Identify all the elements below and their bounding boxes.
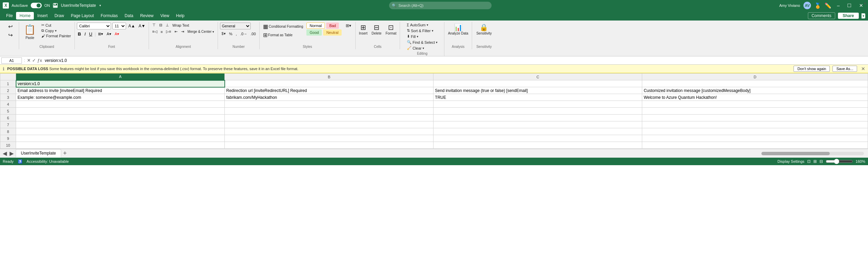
ribbon-collapse-button[interactable]: ∧ — [864, 1, 866, 5]
underline-button[interactable]: U — [88, 31, 93, 37]
formula-input[interactable] — [43, 58, 867, 63]
insert-function-button[interactable]: ƒx — [37, 58, 42, 63]
italic-button[interactable]: I — [83, 31, 87, 37]
merge-arrow[interactable]: ▾ — [212, 30, 214, 34]
sort-filter-button[interactable]: ⇅ Sort & Filter ▾ — [405, 28, 439, 33]
cell-6-1[interactable] — [225, 115, 433, 121]
menu-view[interactable]: View — [157, 12, 173, 19]
fill-button[interactable]: ⬇ Fill ▾ — [405, 34, 439, 39]
decrease-indent-button[interactable]: ⇤ — [173, 29, 179, 34]
sort-filter-arrow[interactable]: ▾ — [432, 29, 433, 32]
row-header-4[interactable]: 4 — [0, 101, 16, 108]
cell-10-2[interactable] — [433, 142, 642, 149]
tab-scroll-left[interactable]: ◀ — [1, 150, 8, 157]
pen-icon[interactable]: ✏️ — [825, 2, 831, 9]
row-header-2[interactable]: 2 — [0, 87, 16, 94]
row-header-9[interactable]: 9 — [0, 135, 16, 142]
style-bad[interactable]: Bad — [326, 23, 339, 29]
menu-draw[interactable]: Draw — [51, 12, 67, 19]
sheet-tab-userinvitetemplate[interactable]: UserInviteTemplate — [16, 149, 61, 158]
cell-8-1[interactable] — [225, 128, 433, 135]
zoom-slider[interactable] — [826, 159, 853, 164]
style-neutral[interactable]: Neutral — [323, 29, 341, 36]
save-icon[interactable] — [53, 3, 58, 8]
increase-indent-button[interactable]: ⇥ — [180, 29, 185, 34]
cell-reference-box[interactable] — [1, 57, 22, 64]
cell-8-2[interactable] — [433, 128, 642, 135]
increase-font-button[interactable]: A▲ — [127, 23, 136, 29]
comments-button[interactable]: Comments — [808, 12, 835, 19]
cut-button[interactable]: ✂ Cut — [40, 23, 72, 28]
copy-arrow[interactable]: ▾ — [55, 29, 57, 32]
cell-10-1[interactable] — [225, 142, 433, 149]
menu-insert[interactable]: Insert — [34, 12, 51, 19]
menu-page-layout[interactable]: Page Layout — [67, 12, 97, 19]
col-header-d[interactable]: D — [642, 74, 868, 80]
format-button[interactable]: ⊡ Format — [384, 23, 398, 36]
cell-7-0[interactable] — [16, 121, 225, 128]
autosum-arrow[interactable]: ▾ — [427, 23, 428, 27]
cell-9-0[interactable] — [16, 135, 225, 142]
merge-center-button[interactable]: Merge & Center ▾ — [186, 29, 216, 34]
cell-9-2[interactable] — [433, 135, 642, 142]
rewards-icon[interactable]: 🏅 — [814, 2, 821, 9]
tab-scroll-right[interactable]: ▶ — [8, 150, 15, 157]
menu-review[interactable]: Review — [137, 12, 157, 19]
cell-4-1[interactable] — [225, 101, 433, 108]
menu-help[interactable]: Help — [173, 12, 188, 19]
cell-5-0[interactable] — [16, 108, 225, 115]
cell-6-0[interactable] — [16, 115, 225, 121]
format-as-table-button[interactable]: ⊞ Format as Table — [262, 31, 305, 39]
row-header-1[interactable]: 1 — [0, 80, 16, 87]
confirm-formula-button[interactable]: ✓ — [32, 58, 36, 63]
menu-formulas[interactable]: Formulas — [97, 12, 121, 19]
file-name[interactable]: UserInviteTemplate — [61, 3, 96, 8]
cell-2-1[interactable]: Redirection url [inviteRedirectURL] Requ… — [225, 87, 433, 94]
cell-9-3[interactable] — [642, 135, 868, 142]
add-sheet-button[interactable]: + — [61, 150, 69, 157]
copy-button[interactable]: ⧉ Copy ▾ — [40, 28, 72, 33]
align-top-button[interactable]: ⊤ — [151, 23, 157, 28]
align-bottom-button[interactable]: ⊥ — [164, 23, 170, 28]
cell-4-0[interactable] — [16, 101, 225, 108]
menu-data[interactable]: Data — [121, 12, 137, 19]
comma-button[interactable]: , — [234, 31, 238, 36]
font-color-button[interactable]: A▾ — [114, 31, 120, 37]
cancel-formula-button[interactable]: ✕ — [27, 58, 31, 63]
font-name-select[interactable]: Calibri — [77, 23, 111, 29]
clear-button[interactable]: 🧹 Clear ▾ — [405, 45, 439, 51]
conditional-formatting-button[interactable]: ▦ Conditional Formatting — [262, 23, 305, 30]
bold-button[interactable]: B — [77, 31, 82, 37]
cell-3-3[interactable]: Welcome to Azure Quantum Hackathon! — [642, 94, 868, 101]
currency-button[interactable]: $▾ — [220, 31, 227, 36]
cell-5-1[interactable] — [225, 108, 433, 115]
search-input[interactable] — [389, 2, 492, 9]
menu-home[interactable]: Home — [16, 12, 34, 19]
cell-7-1[interactable] — [225, 121, 433, 128]
cell-3-0[interactable]: Example: someone@example.com — [16, 94, 225, 101]
cell-10-0[interactable] — [16, 142, 225, 149]
display-settings-label[interactable]: Display Settings — [777, 159, 804, 163]
clear-arrow[interactable]: ▾ — [423, 47, 424, 50]
cell-6-2[interactable] — [433, 115, 642, 121]
align-middle-button[interactable]: ⊟ — [158, 23, 164, 28]
border-button[interactable]: ⊞▾ — [97, 31, 104, 37]
fill-arrow[interactable]: ▾ — [417, 35, 418, 38]
find-select-button[interactable]: 🔍 Find & Select ▾ — [405, 40, 439, 45]
row-header-6[interactable]: 6 — [0, 115, 16, 121]
dont-show-again-button[interactable]: Don't show again — [794, 66, 830, 72]
percent-button[interactable]: % — [228, 31, 234, 36]
cell-2-3[interactable]: Customized invitation message [customize… — [642, 87, 868, 94]
save-as-button[interactable]: Save As... — [832, 66, 857, 72]
cell-5-2[interactable] — [433, 108, 642, 115]
insert-button[interactable]: ⊞ Insert — [358, 23, 369, 36]
number-format-select[interactable]: General — [220, 23, 251, 29]
row-header-10[interactable]: 10 — [0, 142, 16, 149]
paste-button[interactable]: 📋 Paste — [21, 23, 39, 41]
cell-4-3[interactable] — [642, 101, 868, 108]
cell-4-2[interactable] — [433, 101, 642, 108]
sensitivity-button[interactable]: 🔒 Sensitivity — [475, 23, 493, 36]
minimize-button[interactable]: – — [835, 3, 842, 8]
undo-button[interactable]: ↩ — [6, 23, 15, 30]
file-name-arrow[interactable]: ▾ — [99, 4, 101, 7]
